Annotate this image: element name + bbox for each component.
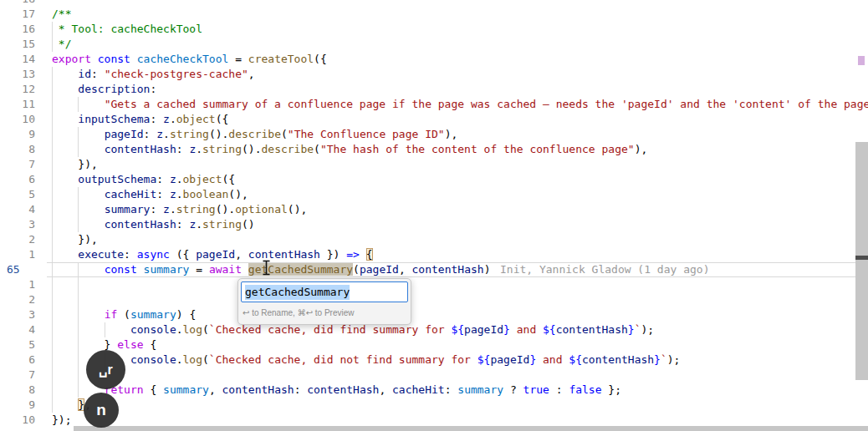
code-area[interactable]: 1817/**16 * Tool: cacheCheckTool15 */14e… (0, 0, 868, 431)
code-line[interactable]: 10 inputSchema: z.object({ (0, 112, 868, 127)
line-number[interactable]: 9 (0, 398, 47, 413)
code-token (242, 263, 248, 276)
code-line[interactable]: 16 * Tool: cacheCheckTool (0, 22, 868, 37)
code-token: contentHash (222, 383, 294, 396)
line-number[interactable]: 2 (0, 232, 47, 247)
code-token: "check-postgres-cache" (105, 68, 248, 80)
code-line[interactable]: 2 }), (0, 232, 868, 247)
code-token: "Gets a cached summary of a confluence p… (105, 98, 868, 110)
code-token: object (176, 113, 216, 125)
line-number[interactable]: 8 (0, 383, 47, 398)
code-line[interactable]: 13 id: "check-postgres-cache", (0, 67, 868, 82)
line-number[interactable]: 7 (0, 368, 47, 383)
code-token: : (144, 128, 157, 140)
code-line-text: if (summary) { (47, 307, 868, 322)
code-token: }); (52, 413, 71, 426)
line-number[interactable]: 1 (0, 277, 47, 292)
code-token: , (248, 68, 255, 80)
code-line[interactable]: 2 (0, 292, 868, 307)
code-line[interactable]: 6 console.log(`Checked cache, did not fi… (0, 352, 868, 368)
code-token: string (202, 143, 242, 155)
code-token: else (117, 338, 143, 351)
code-editor: 1817/**16 * Tool: cacheCheckTool15 */14e… (0, 0, 868, 431)
code-token: */ (52, 38, 71, 50)
code-token: string (176, 203, 216, 216)
line-number[interactable]: 1 (0, 247, 47, 262)
code-token: ), (635, 143, 648, 155)
code-line[interactable]: 8 return { summary, contentHash: content… (0, 383, 868, 398)
line-number[interactable]: 4 (0, 202, 47, 217)
horizontal-scrollbar-thumb[interactable] (74, 426, 868, 431)
code-line[interactable]: 1 execute: async ({ pageId, contentHash … (0, 247, 868, 262)
code-line[interactable]: 3 contentHash: z.string() (0, 217, 868, 232)
line-number[interactable]: 12 (0, 82, 47, 97)
code-line[interactable]: 11 "Gets a cached summary of a confluenc… (0, 97, 868, 112)
line-number[interactable]: 17 (0, 7, 47, 22)
code-line[interactable]: 12 description: (0, 82, 868, 97)
code-line[interactable]: 7 }), (0, 157, 868, 172)
line-number[interactable]: 10 (0, 413, 47, 428)
code-token: . (196, 143, 202, 155)
code-token: "The Confluence page ID" (288, 128, 445, 140)
keystroke-bubble-n: n (84, 393, 119, 428)
code-line[interactable]: 9 }, (0, 398, 868, 413)
code-line[interactable]: 5 } else { (0, 337, 868, 352)
line-number[interactable]: 11 (0, 97, 47, 112)
line-number[interactable]: 5 (0, 337, 47, 352)
code-line[interactable]: 4 summary: z.string().optional(), (0, 202, 868, 217)
code-token: = (189, 263, 208, 276)
line-number[interactable]: 3 (0, 307, 47, 322)
code-line[interactable]: 65 const summary = await getCachedSummar… (0, 262, 868, 277)
line-number[interactable]: 9 (0, 127, 47, 142)
line-number[interactable]: 7 (0, 157, 47, 172)
line-number[interactable]: 18 (0, 0, 47, 7)
line-number[interactable]: 10 (0, 112, 47, 127)
code-token: . (176, 323, 183, 336)
line-number[interactable]: 11 (0, 428, 47, 431)
line-number[interactable]: 65 (0, 262, 47, 277)
code-token: boolean (183, 188, 229, 200)
code-line[interactable]: 8 contentHash: z.string().describe("The … (0, 142, 868, 157)
code-token (52, 248, 78, 261)
code-token (360, 248, 366, 261)
code-line[interactable]: 18 (0, 0, 868, 7)
line-number[interactable]: 13 (0, 67, 47, 82)
line-number[interactable]: 6 (0, 172, 47, 187)
rename-target-token: getCachedSummary (248, 263, 353, 276)
git-blame-annotation: Init, Yannick Gladow (1 day ago) (500, 262, 709, 277)
code-line[interactable]: 9 pageId: z.string().describe("The Confl… (0, 127, 868, 142)
code-line[interactable]: 3 if (summary) { (0, 307, 868, 322)
code-line[interactable]: 17/** (0, 7, 868, 22)
code-line[interactable]: 6 outputSchema: z.object({ (0, 172, 868, 187)
line-number[interactable]: 16 (0, 22, 47, 37)
line-number[interactable]: 14 (0, 52, 47, 67)
line-number[interactable]: 3 (0, 217, 47, 232)
code-line[interactable]: 1 (0, 277, 868, 292)
code-token: ); (667, 353, 681, 366)
rename-input[interactable]: getCachedSummary (241, 281, 408, 302)
code-token: z (163, 203, 170, 216)
code-line[interactable]: 14export const cacheCheckTool = createTo… (0, 52, 868, 67)
line-number[interactable]: 5 (0, 187, 47, 202)
code-token: /** (52, 8, 71, 20)
line-number[interactable]: 2 (0, 292, 47, 307)
code-token: . (163, 128, 170, 140)
code-line-text: }), (47, 232, 868, 247)
code-token: ${ (451, 323, 464, 336)
code-line[interactable]: 15 */ (0, 37, 868, 52)
line-number[interactable]: 4 (0, 322, 47, 337)
code-line-text: console.log(`Checked cache, did find sum… (47, 322, 868, 337)
line-number[interactable]: 6 (0, 352, 47, 368)
code-token: : (124, 248, 137, 261)
code-token (130, 53, 137, 65)
code-token (52, 308, 105, 321)
code-line[interactable]: 7 (0, 368, 868, 383)
code-token: : (156, 188, 170, 200)
code-token: createTool (248, 53, 314, 65)
code-line[interactable]: 5 cacheHit: z.boolean(), (0, 187, 868, 202)
line-number[interactable]: 8 (0, 142, 47, 157)
code-line[interactable]: 4 console.log(`Checked cache, did find s… (0, 322, 868, 337)
vertical-scrollbar-thumb[interactable] (855, 142, 868, 380)
line-number[interactable]: 15 (0, 37, 47, 52)
code-token: ({ (170, 248, 196, 261)
